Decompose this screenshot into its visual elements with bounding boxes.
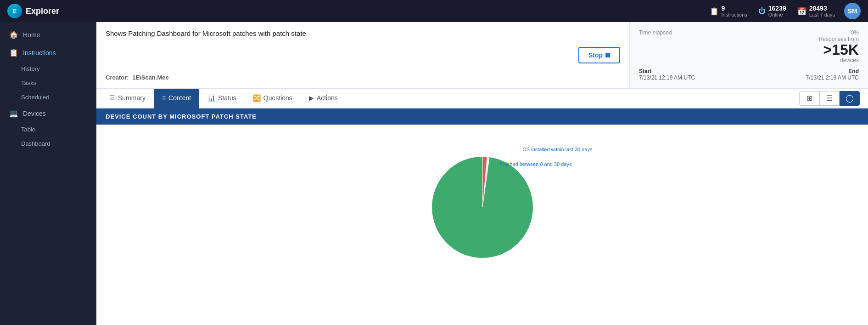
stat-online[interactable]: ⏻ 16239 Online <box>758 5 786 17</box>
actions-icon: ▶ <box>309 94 314 102</box>
top-navbar: E Explorer 📋 9 Instructions ⏻ 16239 Onli… <box>0 0 868 22</box>
online-label: Online <box>768 12 786 17</box>
instructions-nav-icon: 📋 <box>9 48 18 57</box>
end-block: End 7/13/21 2:19 AM UTC <box>806 68 859 81</box>
tab-questions[interactable]: 🔀 Questions <box>245 89 301 108</box>
chart-body: OS installed within last 30 days Patched… <box>96 125 868 325</box>
tab-status-label: Status <box>218 94 236 102</box>
last7days-label: Last 7 days <box>809 12 835 17</box>
sidebar-item-devices-label: Devices <box>23 110 46 117</box>
responses-sub: devices <box>819 57 859 63</box>
instructions-icon: 📋 <box>710 7 719 16</box>
sidebar-item-instructions-label: Instructions <box>23 49 56 57</box>
sidebar-sub-scheduled[interactable]: Scheduled <box>0 90 96 104</box>
tab-content[interactable]: ≡ Content <box>154 89 199 108</box>
calendar-icon: 📅 <box>797 7 806 16</box>
tab-actions[interactable]: ▶ Actions <box>301 89 346 108</box>
sidebar-item-home-label: Home <box>23 31 40 39</box>
sidebar-sub-table[interactable]: Table <box>0 122 96 137</box>
status-icon: 📊 <box>207 94 215 102</box>
sidebar-item-home[interactable]: 🏠 Home <box>0 26 96 44</box>
stop-button[interactable]: Stop <box>578 47 620 63</box>
stop-icon <box>605 53 610 57</box>
logo-icon: E <box>7 4 22 18</box>
tab-status[interactable]: 📊 Status <box>199 89 245 108</box>
list-view-button[interactable]: ☰ <box>819 91 840 106</box>
online-icon: ⏻ <box>758 7 766 15</box>
percent-label: 0% <box>819 29 859 36</box>
sidebar-sub-tasks[interactable]: Tasks <box>0 76 96 90</box>
info-bar: Shows Patching Dashboard for Microsoft p… <box>96 22 868 89</box>
questions-icon: 🔀 <box>253 94 261 102</box>
avatar[interactable]: SM <box>844 3 861 19</box>
tab-actions-label: Actions <box>317 94 338 102</box>
content-area: Shows Patching Dashboard for Microsoft p… <box>96 22 868 325</box>
start-label: Start <box>639 68 695 74</box>
info-right-panel: Time elapsed 0% Responses from >15K devi… <box>629 22 868 88</box>
chart-view-button[interactable]: ◯ <box>840 91 860 106</box>
end-value: 7/13/21 2:19 AM UTC <box>806 74 859 81</box>
stop-button-label: Stop <box>588 51 603 59</box>
stat-last7days[interactable]: 📅 28493 Last 7 days <box>797 5 835 17</box>
start-block: Start 7/13/21 12:19 AM UTC <box>639 68 695 81</box>
instructions-label: Instructions <box>722 12 747 17</box>
label-os: OS installed within last 30 days <box>522 147 592 152</box>
start-value: 7/13/21 12:19 AM UTC <box>639 74 695 81</box>
app-name: Explorer <box>26 6 59 16</box>
summary-icon: ☰ <box>109 94 115 102</box>
creator-line: Creator: 1E\Sean.Mee <box>106 74 569 81</box>
creator-label: Creator: <box>106 74 129 81</box>
end-label: End <box>806 68 859 74</box>
sidebar-item-instructions[interactable]: 📋 Instructions <box>0 44 96 62</box>
tab-content-label: Content <box>168 94 191 102</box>
sidebar: 🏠 Home 📋 Instructions History Tasks Sche… <box>0 22 96 325</box>
grid-view-button[interactable]: ⊞ <box>799 91 819 106</box>
info-main: Shows Patching Dashboard for Microsoft p… <box>96 22 578 88</box>
stat-instructions[interactable]: 📋 9 Instructions <box>710 5 747 17</box>
instruction-title: Shows Patching Dashboard for Microsoft p… <box>106 29 569 37</box>
topnav-stats: 📋 9 Instructions ⏻ 16239 Online 📅 28493 … <box>710 5 835 17</box>
app-logo[interactable]: E Explorer <box>7 4 59 18</box>
creator-value: 1E\Sean.Mee <box>132 74 169 81</box>
view-buttons: ⊞ ☰ ◯ <box>799 91 860 106</box>
online-value: 16239 <box>768 5 786 12</box>
tab-summary[interactable]: ☰ Summary <box>101 89 154 108</box>
times-row: Start 7/13/21 12:19 AM UTC End 7/13/21 2… <box>639 68 859 81</box>
chart-section: DEVICE COUNT BY MICROSOFT PATCH STATE OS… <box>96 108 868 325</box>
sidebar-item-devices[interactable]: 💻 Devices <box>0 104 96 122</box>
chart-header: DEVICE COUNT BY MICROSOFT PATCH STATE <box>96 108 868 125</box>
sidebar-sub-history[interactable]: History <box>0 62 96 76</box>
tab-summary-label: Summary <box>118 94 146 102</box>
responses-value: >15K <box>819 42 859 57</box>
home-icon: 🏠 <box>9 30 18 39</box>
instructions-value: 9 <box>722 5 747 12</box>
chart-wrapper: OS installed within last 30 days Patched… <box>345 134 620 267</box>
label-patched: Patched between 8 and 30 days <box>499 161 571 167</box>
tab-bar: ☰ Summary ≡ Content 📊 Status 🔀 Questions… <box>96 89 868 108</box>
time-elapsed-label: Time elapsed <box>639 29 672 36</box>
sidebar-sub-dashboard[interactable]: Dashboard <box>0 137 96 151</box>
tab-questions-label: Questions <box>263 94 292 102</box>
content-icon: ≡ <box>162 94 166 102</box>
last7days-value: 28493 <box>809 5 835 12</box>
devices-icon: 💻 <box>9 109 18 118</box>
